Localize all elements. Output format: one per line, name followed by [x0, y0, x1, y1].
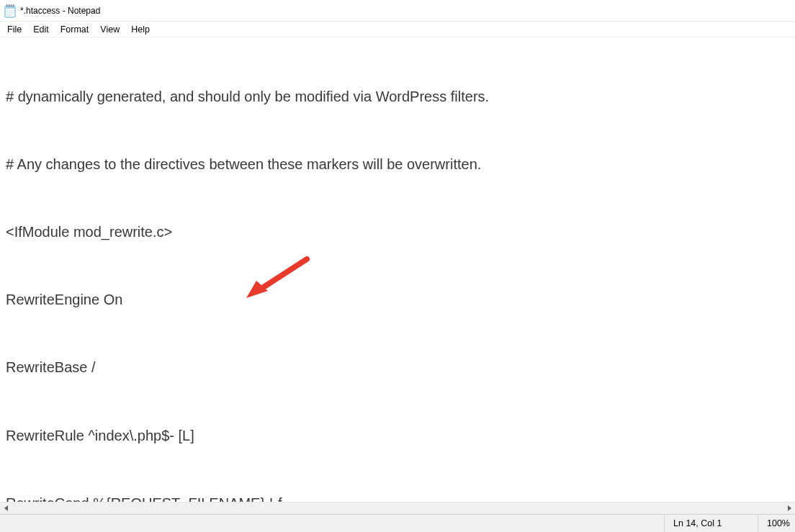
scrollbar-track[interactable] — [12, 502, 783, 515]
svg-rect-4 — [11, 4, 12, 7]
text-editor-area[interactable]: # dynamically generated, and should only… — [0, 37, 795, 502]
editor-line: RewriteRule ^index\.php$- [L] — [6, 425, 789, 447]
status-bar: Ln 14, Col 1 100% — [0, 514, 795, 532]
editor-line: # dynamically generated, and should only… — [6, 86, 789, 108]
status-zoom-level: 100% — [758, 515, 795, 532]
menu-help[interactable]: Help — [127, 23, 154, 36]
svg-rect-5 — [13, 4, 14, 7]
window-title: *.htaccess - Notepad — [20, 6, 100, 16]
menu-view[interactable]: View — [96, 23, 124, 36]
title-bar: *.htaccess - Notepad — [0, 0, 795, 22]
svg-rect-3 — [9, 4, 9, 7]
editor-line: RewriteEngine On — [6, 289, 789, 311]
editor-line: RewriteCond %{REQUEST_FILENAME} !-f — [6, 492, 789, 502]
scroll-left-arrow-icon[interactable] — [0, 502, 12, 515]
editor-line: RewriteBase / — [6, 356, 789, 379]
menu-format[interactable]: Format — [56, 23, 94, 36]
editor-line: <IfModule mod_rewrite.c> — [6, 221, 789, 243]
svg-marker-12 — [4, 505, 8, 511]
notepad-app-icon — [4, 4, 16, 18]
svg-line-10 — [258, 259, 307, 291]
svg-rect-2 — [6, 4, 7, 7]
status-cursor-position: Ln 14, Col 1 — [664, 515, 758, 532]
editor-line: # Any changes to the directives between … — [6, 153, 789, 176]
svg-marker-13 — [788, 505, 791, 511]
horizontal-scrollbar[interactable] — [0, 502, 795, 514]
menu-file[interactable]: File — [3, 23, 26, 36]
menu-edit[interactable]: Edit — [29, 23, 53, 36]
menu-bar: File Edit Format View Help — [0, 22, 795, 37]
scroll-right-arrow-icon[interactable] — [783, 502, 795, 515]
